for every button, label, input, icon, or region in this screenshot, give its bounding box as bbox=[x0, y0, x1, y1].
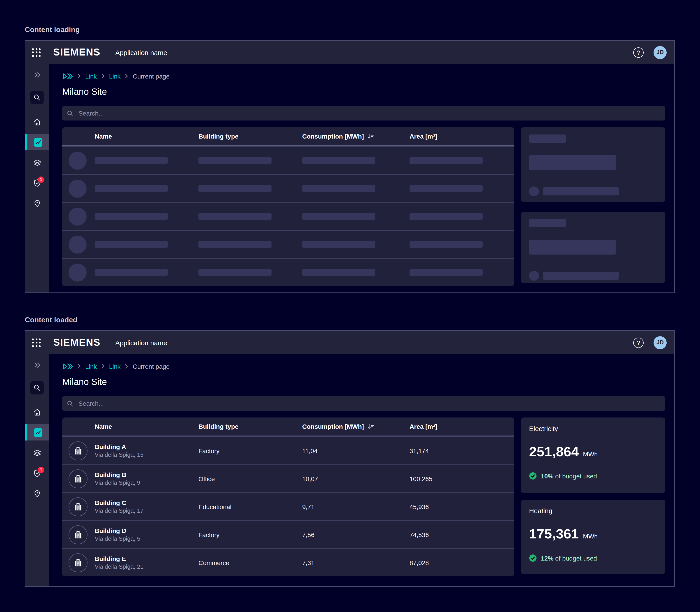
sidebar-item-layers[interactable] bbox=[25, 154, 49, 171]
breadcrumb-link-2[interactable]: Link bbox=[109, 72, 120, 80]
building-icon bbox=[73, 530, 83, 539]
kpi-card-electricity: Electricity 251,864 MWh 10% of budget us… bbox=[521, 417, 665, 493]
table-row-building-d[interactable]: Building DVia della Spiga, 5 Factory 7,5… bbox=[62, 520, 514, 548]
page-title: Milano Site bbox=[62, 87, 665, 97]
kpi-cards: Electricity 251,864 MWh 10% of budget us… bbox=[521, 417, 665, 576]
sidebar-item-compliance[interactable]: 1 bbox=[25, 175, 49, 191]
kpi-unit: MWh bbox=[583, 532, 598, 540]
building-address: Via della Spiga, 17 bbox=[95, 507, 198, 515]
building-consumption: 7,56 bbox=[302, 531, 410, 538]
sidebar-item-home[interactable] bbox=[25, 114, 49, 130]
user-avatar[interactable]: JD bbox=[654, 336, 667, 349]
building-name: Building C bbox=[95, 499, 198, 506]
building-consumption: 11,04 bbox=[302, 447, 410, 454]
notification-badge: 1 bbox=[38, 467, 44, 473]
kpi-card-heating: Heating 175,361 MWh 12% of budget used bbox=[521, 500, 665, 574]
chevron-double-right-icon bbox=[33, 71, 41, 78]
breadcrumb-link-1[interactable]: Link bbox=[85, 72, 97, 80]
skeleton-row bbox=[62, 174, 514, 202]
sidebar-search-button[interactable] bbox=[30, 381, 44, 394]
content-area: Link Link Current page Milano Site bbox=[49, 64, 674, 292]
column-header-type[interactable]: Building type bbox=[198, 423, 302, 430]
table-header-row: Name Building type Consumption [MWh] Are… bbox=[62, 417, 514, 436]
building-area: 100,265 bbox=[410, 475, 514, 482]
search-input[interactable] bbox=[77, 400, 661, 407]
user-avatar[interactable]: JD bbox=[654, 46, 667, 59]
column-header-name[interactable]: Name bbox=[95, 423, 198, 430]
sidebar-search-button[interactable] bbox=[30, 91, 44, 104]
column-header-area[interactable]: Area [m²] bbox=[410, 423, 514, 430]
sidebar: 1 bbox=[25, 354, 49, 586]
building-icon bbox=[73, 474, 83, 483]
breadcrumb-root-icon[interactable] bbox=[62, 363, 73, 370]
column-header-type[interactable]: Building type bbox=[198, 133, 302, 140]
app-header-left: SIEMENS Application name bbox=[32, 337, 167, 348]
building-address: Via della Spiga, 5 bbox=[95, 535, 198, 543]
table-row-building-b[interactable]: Building BVia della Spiga, 9 Office 10,0… bbox=[62, 464, 514, 492]
help-icon[interactable]: ? bbox=[633, 47, 644, 57]
building-address: Via della Spiga, 15 bbox=[95, 451, 198, 459]
building-icon bbox=[73, 446, 83, 455]
building-area: 87,028 bbox=[410, 559, 514, 566]
sidebar-item-layers[interactable] bbox=[25, 445, 49, 461]
location-pin-icon bbox=[33, 199, 41, 207]
app-header: SIEMENS Application name ? JD bbox=[25, 331, 674, 354]
breadcrumb-root-icon[interactable] bbox=[62, 72, 73, 80]
kpi-value: 175,361 bbox=[529, 526, 579, 542]
building-address: Via della Spiga, 21 bbox=[95, 563, 198, 571]
column-header-name[interactable]: Name bbox=[95, 133, 198, 140]
sidebar-item-analytics-active[interactable] bbox=[25, 134, 49, 150]
sidebar-expand-button[interactable] bbox=[33, 361, 41, 369]
building-avatar bbox=[69, 497, 87, 516]
location-pin-icon bbox=[33, 489, 41, 498]
building-type: Factory bbox=[198, 447, 302, 454]
search-icon bbox=[67, 400, 73, 407]
sidebar-item-analytics-active[interactable] bbox=[25, 424, 49, 441]
building-type: Office bbox=[198, 475, 302, 482]
app-launcher-icon[interactable] bbox=[32, 48, 41, 57]
check-circle-icon bbox=[529, 554, 537, 562]
search-icon bbox=[33, 384, 41, 391]
kpi-value: 251,864 bbox=[529, 444, 579, 459]
breadcrumb-link-1[interactable]: Link bbox=[85, 363, 97, 370]
breadcrumb-link-2[interactable]: Link bbox=[109, 363, 120, 370]
kpi-cards-loading bbox=[521, 127, 665, 286]
application-name: Application name bbox=[115, 339, 167, 346]
table-row-building-c[interactable]: Building CVia della Spiga, 17 Educationa… bbox=[62, 492, 514, 520]
sidebar-item-home[interactable] bbox=[25, 404, 49, 420]
app-window-loading: SIEMENS Application name ? JD bbox=[25, 40, 675, 293]
sidebar-item-locations[interactable] bbox=[25, 485, 49, 501]
sidebar: 1 bbox=[25, 64, 49, 292]
building-name: Building D bbox=[95, 527, 198, 534]
section-label-loaded: Content loaded bbox=[25, 293, 700, 324]
building-type: Educational bbox=[198, 503, 302, 510]
app-launcher-icon[interactable] bbox=[32, 338, 41, 347]
content-area: Link Link Current page Milano Site bbox=[49, 354, 674, 586]
help-icon[interactable]: ? bbox=[633, 337, 644, 348]
breadcrumb-current: Current page bbox=[133, 72, 170, 80]
app-header: SIEMENS Application name ? JD bbox=[25, 41, 674, 64]
building-avatar bbox=[69, 525, 87, 544]
notification-badge: 1 bbox=[38, 177, 44, 183]
sidebar-item-locations[interactable] bbox=[25, 195, 49, 211]
kpi-title: Electricity bbox=[529, 425, 657, 432]
chevron-separator-icon bbox=[101, 364, 104, 369]
sidebar-item-compliance[interactable]: 1 bbox=[25, 465, 49, 481]
kpi-title: Heating bbox=[529, 507, 657, 515]
sidebar-expand-button[interactable] bbox=[33, 71, 41, 79]
skeleton-row bbox=[62, 230, 514, 258]
column-header-consumption[interactable]: Consumption [MWh] bbox=[302, 133, 410, 140]
search-bar bbox=[62, 396, 665, 411]
budget-status: 10% of budget used bbox=[541, 472, 597, 479]
home-icon bbox=[33, 117, 41, 126]
layers-icon bbox=[33, 158, 41, 167]
building-icon bbox=[73, 558, 83, 567]
column-header-consumption[interactable]: Consumption [MWh] bbox=[302, 423, 410, 430]
search-input[interactable] bbox=[77, 109, 661, 117]
table-row-building-e[interactable]: Building EVia della Spiga, 21 Commerce 7… bbox=[62, 548, 514, 576]
building-avatar bbox=[69, 553, 87, 572]
building-name: Building E bbox=[95, 555, 198, 562]
building-type: Factory bbox=[198, 531, 302, 538]
table-row-building-a[interactable]: Building AVia della Spiga, 15 Factory 11… bbox=[62, 436, 514, 464]
column-header-area[interactable]: Area [m²] bbox=[410, 133, 514, 140]
